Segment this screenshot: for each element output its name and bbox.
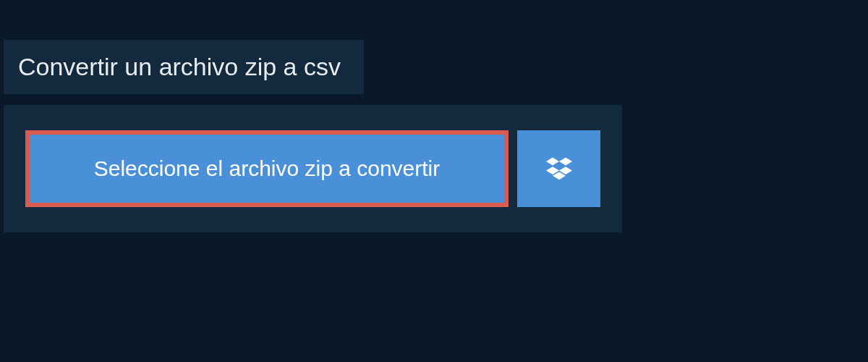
dropbox-icon bbox=[546, 155, 572, 183]
page-title-text: Convertir un archivo zip a csv bbox=[18, 53, 341, 80]
dropbox-button[interactable] bbox=[517, 130, 600, 207]
page-title: Convertir un archivo zip a csv bbox=[4, 40, 364, 94]
select-file-button[interactable]: Seleccione el archivo zip a convertir bbox=[25, 130, 509, 207]
file-select-panel: Seleccione el archivo zip a convertir bbox=[4, 105, 622, 232]
select-file-button-label: Seleccione el archivo zip a convertir bbox=[94, 156, 441, 180]
